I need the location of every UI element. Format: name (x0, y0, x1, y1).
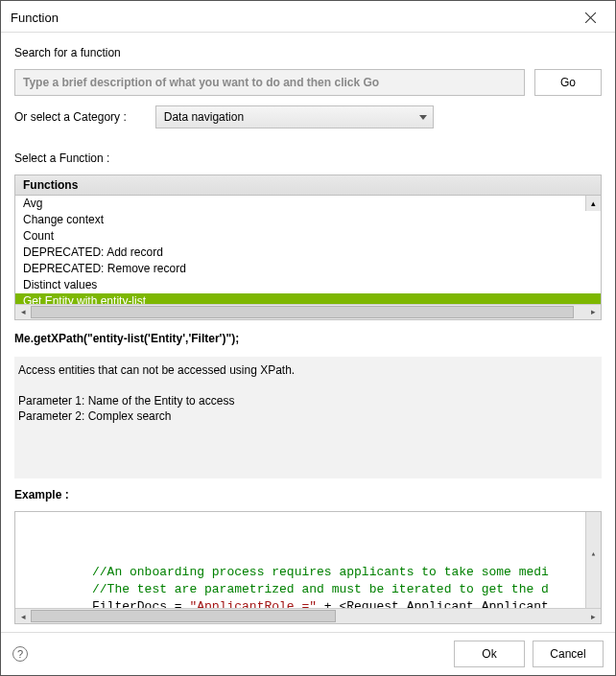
search-row: Go (14, 69, 602, 96)
list-item[interactable]: Get Entity with entity-list (15, 293, 601, 304)
category-row: Or select a Category : Data navigation (14, 105, 602, 128)
ok-button[interactable]: Ok (454, 641, 525, 667)
scroll-left-button[interactable]: ◂ (15, 305, 31, 319)
close-button[interactable] (573, 7, 607, 28)
functions-listbox[interactable]: Functions ▴ AvgChange contextCountDEPREC… (14, 175, 602, 320)
search-label: Search for a function (14, 46, 602, 59)
list-item[interactable]: Count (15, 228, 601, 245)
category-label: Or select a Category : (14, 110, 127, 124)
footer: ? Ok Cancel (1, 632, 615, 675)
example-vscrollbar[interactable]: ▴ (585, 512, 601, 608)
scroll-left-button[interactable]: ◂ (15, 609, 31, 623)
example-label: Example : (14, 488, 602, 501)
list-item[interactable]: Avg (15, 196, 601, 212)
scroll-thumb[interactable] (31, 610, 336, 622)
scroll-track[interactable] (31, 305, 585, 319)
example-box: //An onboarding process requires applica… (14, 511, 602, 624)
scroll-right-button[interactable]: ▸ (585, 305, 601, 319)
go-button[interactable]: Go (534, 69, 602, 96)
help-button[interactable]: ? (12, 646, 28, 662)
footer-buttons: Ok Cancel (454, 641, 604, 667)
functions-label: Select a Function : (14, 152, 602, 165)
category-selected-value: Data navigation (164, 110, 244, 124)
list-item[interactable]: DEPRECATED: Remove record (15, 261, 601, 277)
window-title: Function (11, 11, 59, 25)
functions-hscrollbar[interactable]: ◂ ▸ (15, 304, 601, 319)
scroll-track[interactable] (31, 609, 585, 623)
cancel-button[interactable]: Cancel (533, 641, 604, 667)
example-code: //An onboarding process requires applica… (15, 512, 601, 608)
list-item[interactable]: Distinct values (15, 277, 601, 293)
functions-header-text: Functions (23, 178, 78, 192)
close-icon (585, 12, 596, 23)
functions-header: Functions (15, 175, 601, 196)
chevron-down-icon (419, 115, 427, 120)
help-icon: ? (17, 648, 23, 660)
search-input[interactable] (14, 69, 525, 96)
function-signature: Me.getXPath("entity-list('Entity','Filte… (14, 330, 602, 347)
list-item[interactable]: DEPRECATED: Add record (15, 245, 601, 261)
dialog-content: Search for a function Go Or select a Cat… (1, 33, 615, 632)
titlebar: Function (1, 1, 615, 33)
category-select[interactable]: Data navigation (155, 105, 434, 128)
scroll-right-button[interactable]: ▸ (585, 609, 601, 623)
scroll-thumb[interactable] (31, 306, 574, 318)
functions-items: ▴ AvgChange contextCountDEPRECATED: Add … (15, 196, 601, 304)
example-hscrollbar[interactable]: ◂ ▸ (15, 608, 601, 623)
list-item[interactable]: Change context (15, 212, 601, 228)
scroll-up-button[interactable]: ▴ (586, 547, 601, 562)
function-description: Access entities that can not be accessed… (14, 357, 602, 478)
scroll-up-button[interactable]: ▴ (585, 196, 601, 211)
